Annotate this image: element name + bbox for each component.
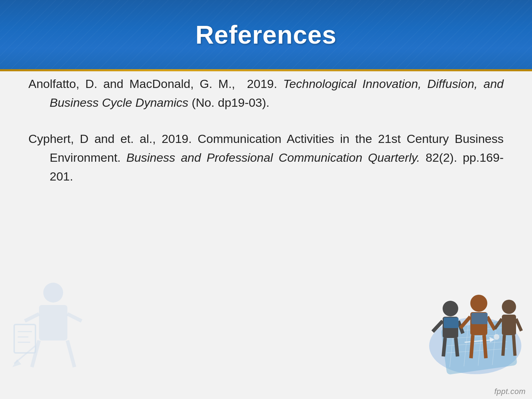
decorative-figure-right [411,275,525,381]
svg-point-26 [443,301,458,316]
reference-1: Anolfatto, D. and MacDonald, G. M., 2019… [28,74,504,112]
svg-point-32 [470,295,487,312]
svg-line-43 [514,335,515,356]
svg-line-42 [503,335,504,356]
slide-container: References Anolfatto, D. and MacDonald, … [0,0,532,399]
header-separator [0,69,532,71]
fppt-watermark: fppt.com [494,387,526,396]
svg-line-37 [484,335,486,358]
svg-marker-11 [12,359,21,367]
svg-line-36 [471,335,473,358]
svg-rect-45 [471,313,488,324]
ref-2-text: Cyphert, D and et. al., 2019. Communicat… [28,129,504,185]
reference-2: Cyphert, D and et. al., 2019. Communicat… [28,129,504,185]
svg-line-41 [516,319,521,331]
svg-point-24 [494,334,499,340]
page-title: References [195,20,337,49]
ref-1-text: Anolfatto, D. and MacDonald, G. M., 2019… [28,74,504,112]
svg-point-38 [502,300,516,314]
header-band: References [0,0,532,69]
svg-rect-39 [502,315,516,335]
svg-line-30 [443,338,445,356]
svg-line-31 [456,338,458,356]
svg-rect-44 [444,317,459,328]
